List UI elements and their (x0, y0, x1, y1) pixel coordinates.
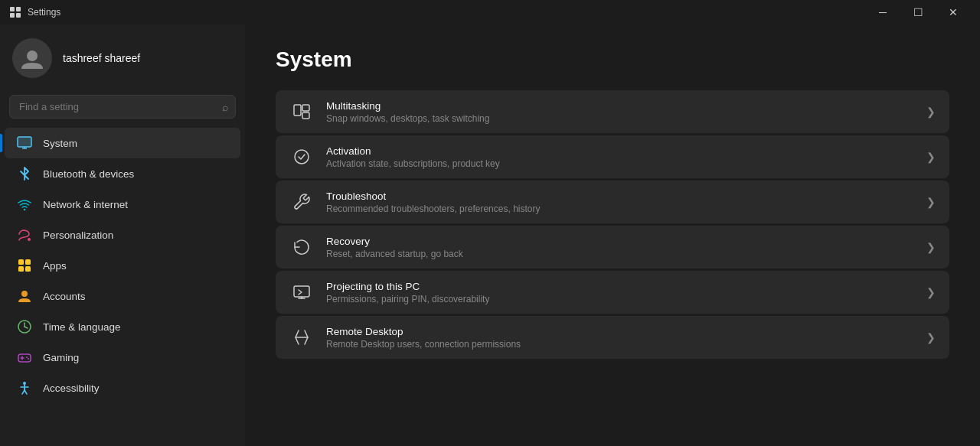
recovery-text: Recovery Reset, advanced startup, go bac… (326, 236, 914, 259)
titlebar-title: Settings (28, 7, 859, 18)
multitasking-desc: Snap windows, desktops, task switching (326, 113, 914, 124)
svg-point-15 (21, 291, 28, 297)
svg-point-4 (27, 50, 38, 61)
multitasking-icon (289, 99, 314, 124)
user-section[interactable]: tashreef shareef (0, 24, 245, 92)
settings-item-activation[interactable]: Activation Activation state, subscriptio… (276, 135, 949, 178)
projecting-chevron: ❯ (926, 286, 936, 298)
remote-desktop-chevron: ❯ (926, 331, 936, 343)
svg-rect-33 (294, 286, 309, 297)
accessibility-icon (17, 380, 32, 396)
settings-item-multitasking[interactable]: Multitasking Snap windows, desktops, tas… (276, 90, 949, 133)
recovery-title: Recovery (326, 236, 914, 247)
sidebar-item-gaming[interactable]: Gaming (5, 342, 240, 373)
svg-point-23 (28, 358, 29, 360)
settings-item-remote-desktop[interactable]: Remote Desktop Remote Desktop users, con… (276, 316, 949, 359)
svg-rect-14 (25, 266, 31, 272)
sidebar: tashreef shareef ⌕ System (0, 24, 245, 446)
user-name: tashreef shareef (63, 52, 140, 64)
sidebar-item-network[interactable]: Network & internet (5, 189, 240, 220)
avatar (12, 38, 52, 78)
sidebar-item-time-label: Time & language (43, 321, 121, 333)
recovery-chevron: ❯ (926, 241, 936, 253)
monitor-icon (17, 135, 32, 151)
troubleshoot-title: Troubleshoot (326, 190, 914, 202)
recovery-desc: Reset, advanced startup, go back (326, 249, 914, 259)
activation-chevron: ❯ (926, 151, 936, 163)
sidebar-item-accounts[interactable]: Accounts (5, 281, 240, 311)
remote-desktop-desc: Remote Desktop users, connection permiss… (326, 339, 914, 350)
troubleshoot-chevron: ❯ (926, 196, 936, 208)
sidebar-item-accessibility-label: Accessibility (43, 383, 100, 394)
titlebar: Settings ─ ☐ ✕ (0, 0, 980, 24)
page-title: System (276, 47, 949, 72)
svg-rect-12 (25, 259, 31, 265)
svg-line-18 (24, 327, 28, 328)
svg-point-22 (26, 356, 28, 358)
svg-rect-30 (302, 105, 309, 111)
svg-rect-0 (10, 7, 15, 11)
network-icon (17, 197, 32, 212)
sidebar-item-personalization-label: Personalization (43, 230, 113, 241)
sidebar-item-personalization[interactable]: Personalization (5, 220, 240, 250)
svg-line-27 (22, 390, 24, 394)
svg-rect-13 (18, 266, 24, 272)
projecting-desc: Permissions, pairing PIN, discoverabilit… (326, 294, 914, 304)
svg-point-10 (28, 238, 31, 241)
time-icon (17, 319, 32, 334)
settings-list: Multitasking Snap windows, desktops, tas… (276, 90, 949, 359)
sidebar-item-accounts-label: Accounts (43, 291, 86, 302)
svg-rect-31 (302, 112, 309, 119)
multitasking-text: Multitasking Snap windows, desktops, tas… (326, 100, 914, 124)
apps-icon (17, 258, 32, 273)
multitasking-title: Multitasking (326, 100, 914, 112)
sidebar-item-apps-label: Apps (43, 260, 67, 272)
settings-item-recovery[interactable]: Recovery Reset, advanced startup, go bac… (276, 226, 949, 269)
svg-rect-6 (18, 137, 31, 147)
troubleshoot-icon (289, 190, 314, 214)
maximize-button[interactable]: ☐ (900, 0, 936, 24)
close-button[interactable]: ✕ (936, 0, 971, 24)
main-layout: tashreef shareef ⌕ System (0, 24, 980, 446)
svg-rect-29 (294, 105, 301, 116)
content-area: System Multitasking Snap windows, deskto… (245, 24, 980, 446)
troubleshoot-text: Troubleshoot Recommended troubleshooters… (326, 190, 914, 214)
remote-desktop-text: Remote Desktop Remote Desktop users, con… (326, 326, 914, 350)
gaming-icon (17, 350, 32, 365)
svg-rect-2 (10, 13, 15, 18)
remote-desktop-title: Remote Desktop (326, 326, 914, 337)
activation-desc: Activation state, subscriptions, product… (326, 158, 914, 169)
settings-item-troubleshoot[interactable]: Troubleshoot Recommended troubleshooters… (276, 181, 949, 223)
sidebar-item-time[interactable]: Time & language (5, 311, 240, 342)
nav-list: System Bluetooth & devices (0, 125, 245, 446)
svg-point-32 (295, 150, 309, 164)
multitasking-chevron: ❯ (926, 106, 936, 118)
sidebar-item-network-label: Network & internet (43, 199, 128, 210)
sidebar-item-bluetooth[interactable]: Bluetooth & devices (5, 158, 240, 189)
paint-icon (17, 227, 32, 243)
troubleshoot-desc: Recommended troubleshooters, preferences… (326, 203, 914, 214)
svg-line-28 (24, 390, 27, 394)
projecting-title: Projecting to this PC (326, 281, 914, 292)
svg-rect-11 (18, 259, 24, 265)
sidebar-item-gaming-label: Gaming (43, 352, 79, 363)
activation-text: Activation Activation state, subscriptio… (326, 145, 914, 169)
projecting-text: Projecting to this PC Permissions, pairi… (326, 281, 914, 304)
sidebar-item-accessibility[interactable]: Accessibility (5, 373, 240, 403)
sidebar-item-apps[interactable]: Apps (5, 250, 240, 281)
search-icon: ⌕ (222, 101, 228, 113)
titlebar-controls: ─ ☐ ✕ (865, 0, 971, 24)
bluetooth-icon (17, 166, 32, 181)
search-input[interactable] (9, 95, 236, 119)
search-container: ⌕ (9, 95, 236, 119)
projecting-icon (289, 280, 314, 304)
activation-title: Activation (326, 145, 914, 157)
accounts-icon (17, 288, 32, 304)
recovery-icon (289, 235, 314, 259)
sidebar-item-system-label: System (43, 138, 77, 149)
settings-item-projecting[interactable]: Projecting to this PC Permissions, pairi… (276, 271, 949, 314)
app-icon (9, 6, 21, 18)
svg-rect-3 (16, 13, 21, 18)
minimize-button[interactable]: ─ (865, 0, 900, 24)
sidebar-item-system[interactable]: System (5, 128, 240, 158)
